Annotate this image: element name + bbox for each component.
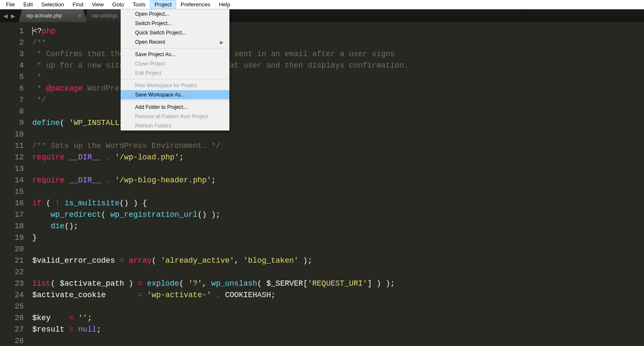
token: = [69,314,73,322]
menu-item-label: Save Project As... [135,51,175,57]
token: = [138,279,142,288]
token: ; [96,325,101,334]
menu-item-label: Remove all Folders from Project [135,113,208,119]
token: define [32,119,60,127]
token: /** [32,38,46,47]
token: 'blog_taken' [243,256,299,265]
menu-item: Close Project [121,59,229,68]
menu-find[interactable]: Find [68,0,88,9]
token: wp_redirect [51,210,101,219]
token: ); [299,256,312,265]
menubar: FileEditSelectionFindViewGotoToolsProjec… [0,0,644,9]
menu-view[interactable]: View [88,0,108,9]
token: . [106,153,110,162]
token [101,153,106,162]
token [65,176,69,184]
menu-selection[interactable]: Selection [37,0,68,9]
token [220,291,225,299]
menu-edit[interactable]: Edit [19,0,37,9]
menu-label: Find [73,1,83,8]
project-menu-dropdown: Open Project...Switch Project...Quick Sw… [121,9,229,130]
line-number: 24 [0,289,24,301]
token: ( [179,279,189,288]
token: 'REQUEST_URI' [308,279,367,288]
token: wp_registration_url [110,210,198,219]
tab-nav-back-icon[interactable]: ◀ [3,13,8,19]
token [142,279,147,288]
close-icon[interactable]: × [78,12,82,19]
token: () ) { [119,199,147,207]
token [65,153,69,162]
line-number: 26 [0,312,24,324]
submenu-arrow-icon: ▶ [220,40,223,45]
menu-label: Preferences [181,1,210,8]
token: php [42,27,56,35]
line-number: 14 [0,175,24,186]
token: list [32,279,51,288]
line-number: 21 [0,255,24,267]
line-number: 28 [0,335,24,346]
token: require [32,153,65,162]
token: (); [65,222,78,230]
menu-item-label: Refresh Folders [135,123,171,129]
line-number: 13 [0,163,24,175]
menu-preferences[interactable]: Preferences [176,0,215,9]
token: * [32,73,42,81]
token: is_multisite [65,199,120,207]
menu-separator [121,79,229,79]
code-line [32,129,409,140]
line-number: 18 [0,221,24,232]
token: () ); [198,210,220,219]
line-number: 8 [0,106,24,117]
token: $activate_cookie [32,291,106,299]
token: = [69,325,73,334]
menu-label: Tools [133,1,145,8]
code-line: die(); [32,221,409,232]
code-line [32,301,409,312]
token [110,176,115,184]
menu-help[interactable]: Help [215,0,234,9]
token: . [216,291,220,299]
token [106,291,138,299]
menu-tools[interactable]: Tools [128,0,150,9]
token: ; [211,176,216,184]
token [51,314,69,322]
code-line: $activate_cookie = 'wp-activate-' . COOK… [32,289,409,301]
menu-item[interactable]: Open Recent▶ [121,37,229,47]
menu-item-label: Edit Project [135,70,161,76]
menu-item-label: Switch Project... [135,20,172,26]
line-number-gutter: 1234567891011121314151617181920212223242… [0,22,31,346]
menu-item[interactable]: Quick Switch Project... [121,28,229,37]
menu-item[interactable]: Switch Project... [121,19,229,28]
menu-item[interactable]: Open Project... [121,9,229,19]
token: 'wp-activate-' [147,291,211,299]
token: /** Sets up the WordPress Environment. *… [32,142,220,150]
menu-item-label: Open Project... [135,11,169,17]
token: $result [32,325,65,334]
line-number: 23 [0,278,24,289]
token [115,256,119,265]
tab[interactable]: wp-activate.php× [19,9,87,22]
menu-item-label: Save Workspace As... [135,92,185,98]
editor[interactable]: 1234567891011121314151617181920212223242… [0,22,644,346]
code-line [32,267,409,278]
menu-item: Refresh Folders [121,121,229,130]
menu-goto[interactable]: Goto [108,0,128,9]
token: } [32,233,37,242]
menu-item[interactable]: Save Project As... [121,50,229,59]
code-line: $result = null; [32,324,409,335]
menu-item[interactable]: Save Workspace As... [121,90,229,99]
menu-file[interactable]: File [2,0,19,9]
token: [ [303,279,308,288]
token: explode [147,279,179,288]
code-line [32,335,409,346]
menu-label: Goto [112,1,124,8]
menu-label: View [92,1,104,8]
menu-item[interactable]: Add Folder to Project... [121,102,229,112]
tab-nav-forward-icon[interactable]: ▶ [10,13,16,19]
token: wp_unslash [211,279,257,288]
menu-project[interactable]: Project [150,0,176,9]
code-line [32,244,409,255]
token [142,291,147,299]
token [32,210,51,219]
